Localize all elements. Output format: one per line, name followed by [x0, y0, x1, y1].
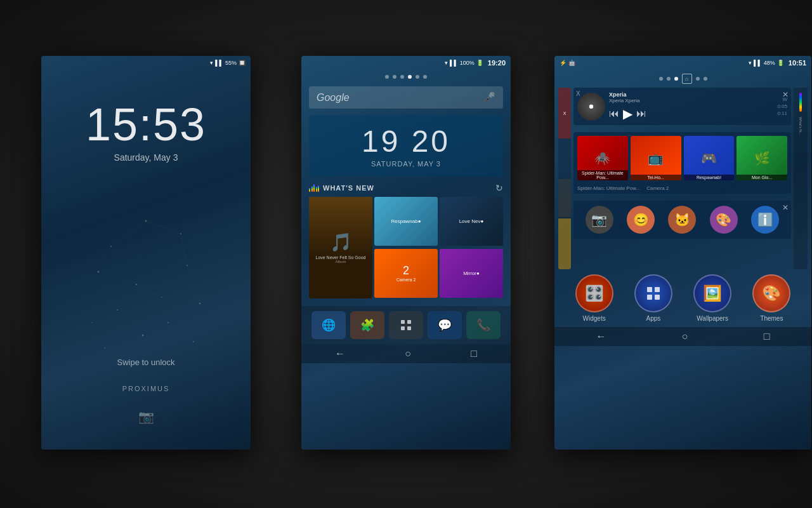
battery-box-c: 🔋 — [476, 60, 483, 66]
music-album-art: ⏺ — [577, 93, 605, 121]
dot-r2 — [667, 77, 671, 81]
carrier-name: PROXIMUS — [122, 385, 170, 392]
bars-icon — [309, 184, 319, 192]
svg-rect-23 — [401, 320, 405, 324]
icon-face[interactable]: 😊 — [627, 206, 655, 234]
prev-btn[interactable]: ⏮ — [609, 108, 619, 119]
dot-r4 — [696, 77, 700, 81]
apps-circle — [634, 274, 672, 312]
home-btn-right[interactable]: ○ — [682, 331, 688, 342]
swipe-unlock-text[interactable]: Swipe to unlock — [117, 358, 174, 367]
dock-widgets[interactable]: 🧩 — [350, 311, 384, 339]
wallpapers-home-item[interactable]: 🖼️ Wallpapers — [693, 274, 731, 322]
apps-grid-center: 🎵 Love Never Felt So Good Album Respawna… — [309, 197, 503, 298]
icon-palette[interactable]: 🎨 — [710, 206, 738, 234]
icon-camera[interactable]: 📷 — [586, 206, 613, 234]
music-controls: ⏮ ▶ ⏭ — [609, 106, 773, 121]
signal-bars-icon: ▌▌ — [215, 60, 223, 66]
page-dots-right: ⌂ — [554, 70, 811, 88]
svg-rect-29 — [647, 295, 652, 300]
recents-btn-center[interactable]: □ — [471, 348, 477, 359]
dot-1 — [385, 75, 389, 79]
telhow-label: Tel-Ho... — [631, 175, 681, 180]
signal-icon-c: ▌▌ — [450, 60, 458, 66]
whats-new-label: WHAT'S NEW — [323, 184, 374, 192]
refresh-icon[interactable]: ↻ — [495, 183, 503, 193]
respawnab-card-item[interactable]: 🎮 Respawnab! — [684, 136, 735, 180]
dot-4 — [408, 75, 412, 79]
camera2-icon: 2 — [403, 264, 409, 277]
dock-messages[interactable]: 💬 — [428, 311, 462, 339]
svg-rect-28 — [655, 287, 660, 292]
camera2-footer-label: Camera 2 — [646, 185, 669, 191]
app-tile-mirror[interactable]: Mirror● — [440, 249, 503, 298]
album-art-icon: ⏺ — [588, 103, 594, 110]
usb-icon: ⚡ — [560, 60, 566, 66]
dot-6 — [423, 75, 427, 79]
spiderman-card-item[interactable]: 🕷️ Spider-Man: Ultimate Pow... — [577, 136, 628, 180]
app-tile-camera2[interactable]: 2 Camera 2 — [374, 249, 438, 298]
wallpapers-circle: 🖼️ — [693, 274, 731, 312]
apps-grid-icon — [646, 286, 661, 301]
svg-rect-30 — [655, 295, 660, 300]
google-label: Google — [317, 92, 350, 104]
camera-icon[interactable]: 📷 — [138, 409, 154, 424]
back-btn-center[interactable]: ← — [335, 348, 345, 359]
home-dock: 🌐 🧩 💬 📞 — [301, 306, 511, 344]
camera2-label: Camera 2 — [396, 277, 416, 282]
recents-btn-right[interactable]: □ — [764, 331, 770, 342]
themes-home-icon: 🎨 — [762, 284, 781, 302]
widgets-circle: 🎛️ — [575, 274, 613, 312]
widgets-icon: 🧩 — [360, 318, 374, 332]
nav-bar-center: ← ○ □ — [301, 344, 511, 363]
play-btn[interactable]: ▶ — [623, 106, 632, 121]
svg-rect-24 — [407, 320, 411, 324]
home-btn-center[interactable]: ○ — [405, 348, 411, 359]
music-player-card: X ✕ ⏺ Xperia Xperia Xperia ⏮ ▶ — [573, 88, 791, 125]
icons-card-content: 📷 😊 🐱 🎨 ℹ️ — [573, 201, 791, 239]
apps-card-grid: 🕷️ Spider-Man: Ultimate Pow... 📺 Tel-Ho.… — [573, 132, 791, 184]
icon-info[interactable]: ℹ️ — [751, 206, 779, 234]
apps-home-item[interactable]: Apps — [634, 274, 672, 322]
time-r: 10:51 — [789, 59, 806, 67]
phone-center: ▾ ▌▌ 100% 🔋 19:20 Google 🎤 19 20 SATURDA… — [301, 56, 511, 450]
right-strip: What's N... — [794, 88, 808, 269]
phones-container: ▾ ▌▌ 55% 🔲 — [0, 0, 812, 508]
lock-time: 15:53 — [86, 102, 206, 147]
whats-new-section: WHAT'S NEW ↻ 🎵 Love Never Felt So Good A… — [309, 183, 503, 298]
back-btn-right[interactable]: ← — [596, 331, 606, 342]
respawnab-card-label: Respawnab! — [684, 175, 735, 180]
status-bar-right: ⚡ 🤖 ▾ ▌▌ 48% 🔋 10:51 — [554, 56, 811, 70]
right-phone-main: X X ✕ ⏺ Xperia — [554, 88, 811, 269]
mic-icon[interactable]: 🎤 — [483, 91, 495, 104]
icon-animal[interactable]: 🐱 — [668, 206, 696, 234]
themes-home-item[interactable]: 🎨 Themes — [752, 274, 790, 322]
status-icons-left: ▾ ▌▌ 55% 🔲 — [210, 60, 246, 66]
next-btn[interactable]: ⏭ — [636, 108, 646, 119]
icons-card-close[interactable]: ✕ — [782, 203, 789, 212]
app-tile-lovenever2[interactable]: Love Nev● — [440, 197, 503, 246]
lock-screen-content: 15:53 Saturday, May 3 Swipe to unlock PR… — [41, 70, 251, 450]
dock-apps[interactable] — [389, 311, 423, 339]
spiderman-footer-label: Spider-Man: Ultimate Pow... — [577, 185, 640, 191]
status-bar-left: ▾ ▌▌ 55% 🔲 — [41, 56, 251, 70]
center-status-icons: ▾ ▌▌ 100% 🔋 19:20 — [445, 59, 506, 67]
widgets-home-item[interactable]: 🎛️ Widgets — [575, 274, 613, 322]
dock-phone[interactable]: 📞 — [466, 311, 501, 339]
monglo-card-item[interactable]: 🌿 Mon Glo... — [737, 136, 787, 180]
app-tile-respawnab[interactable]: Respawnab● — [374, 197, 438, 246]
google-search-bar[interactable]: Google 🎤 — [309, 86, 503, 109]
signal-icon-r: ▌▌ — [754, 60, 762, 66]
lovenever-label: Love Nev● — [459, 218, 484, 224]
music-card-close[interactable]: ✕ — [782, 90, 789, 99]
dock-chrome[interactable]: 🌐 — [311, 311, 346, 339]
messages-icon: 💬 — [438, 318, 452, 332]
telhow-card-item[interactable]: 📺 Tel-Ho... — [631, 136, 681, 180]
music-info: Xperia Xperia Xperia ⏮ ▶ ⏭ — [609, 91, 773, 121]
wallpapers-label: Wallpapers — [697, 315, 728, 322]
app-tile-lovenever[interactable]: 🎵 Love Never Felt So Good Album — [309, 197, 372, 298]
apps-multitask-card: 🕷️ Spider-Man: Ultimate Pow... 📺 Tel-Ho.… — [573, 132, 791, 194]
wallpapers-home-icon: 🖼️ — [703, 284, 722, 302]
music-card-content: ⏺ Xperia Xperia Xperia ⏮ ▶ ⏭ — [573, 88, 791, 125]
battery-c: 100% — [460, 60, 475, 66]
